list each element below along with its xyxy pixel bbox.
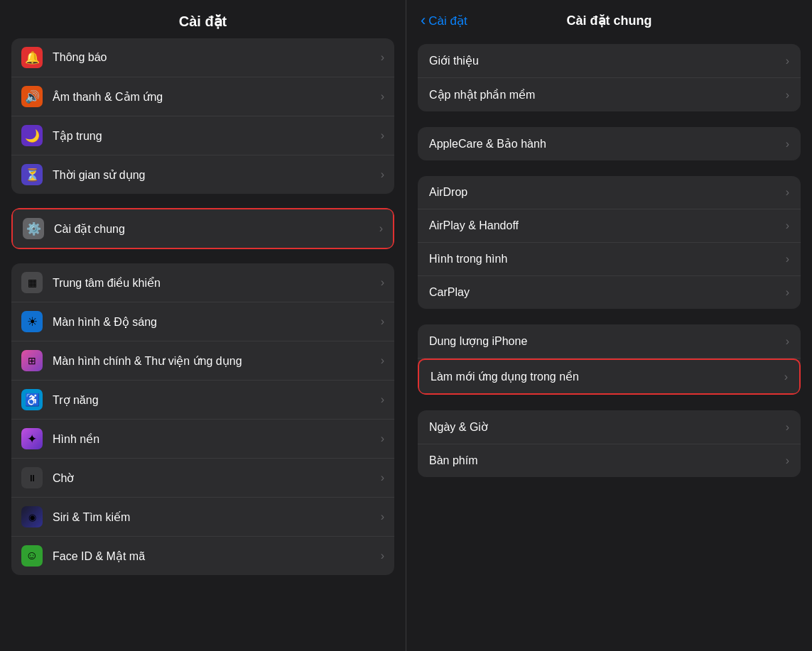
item-label-am-thanh: Âm thanh & Cảm ứng	[53, 90, 375, 104]
sidebar-item-face-id[interactable]: ☺ Face ID & Mật mã ›	[11, 537, 394, 575]
right-label-carplay: CarPlay	[429, 286, 786, 299]
left-content: 🔔 Thông báo › 🔊 Âm thanh & Cảm ứng › 🌙 T…	[0, 38, 406, 651]
item-label-thoi-gian: Thời gian sử dụng	[53, 168, 375, 182]
focus-icon: 🌙	[21, 125, 43, 146]
back-button[interactable]: ‹ Cài đặt	[421, 13, 467, 28]
item-label-tro-nang: Trợ năng	[53, 393, 375, 407]
sidebar-item-am-thanh[interactable]: 🔊 Âm thanh & Cảm ứng ›	[11, 77, 394, 116]
notification-icon: 🔔	[21, 47, 43, 68]
item-label-hinh-nen: Hình nền	[53, 432, 375, 446]
chevron-icon: ›	[786, 454, 789, 467]
chevron-icon: ›	[786, 219, 789, 232]
right-label-applecare: AppleCare & Bảo hành	[429, 137, 786, 151]
sidebar-item-siri[interactable]: ◉ Siri & Tìm kiếm ›	[11, 498, 394, 537]
siri-icon: ◉	[21, 506, 43, 527]
right-item-airdrop[interactable]: AirDrop ›	[418, 176, 801, 209]
sidebar-item-hinh-nen[interactable]: ✦ Hình nền ›	[11, 420, 394, 459]
faceid-icon: ☺	[21, 545, 43, 567]
chevron-icon: ›	[381, 510, 384, 523]
sidebar-item-trung-tam[interactable]: ▦ Trung tâm điều khiển ›	[11, 263, 394, 302]
right-header: ‹ Cài đặt Cài đặt chung	[406, 0, 812, 37]
right-label-gioi-thieu: Giới thiệu	[429, 54, 786, 67]
accessibility-icon: ♿	[21, 389, 43, 410]
chevron-icon: ›	[381, 393, 384, 406]
chevron-icon: ›	[381, 168, 384, 181]
chevron-icon: ›	[786, 286, 789, 299]
item-label-cho: Chờ	[53, 471, 375, 485]
chevron-icon: ›	[379, 222, 383, 235]
right-header-inner: ‹ Cài đặt Cài đặt chung	[421, 13, 798, 28]
right-item-carplay[interactable]: CarPlay ›	[418, 276, 801, 309]
item-label-man-hinh-chinh: Màn hình chính & Thư viện ứng dụng	[53, 354, 375, 368]
item-label-face-id: Face ID & Mật mã	[53, 549, 375, 563]
right-item-ngay-gio[interactable]: Ngày & Giờ ›	[418, 410, 801, 444]
right-label-hinh-trong-hinh: Hình trong hình	[429, 253, 786, 266]
right-item-lam-moi[interactable]: Làm mới ứng dụng trong nền ›	[418, 359, 801, 395]
right-item-dung-luong[interactable]: Dung lượng iPhone ›	[418, 324, 801, 359]
chevron-icon: ›	[381, 471, 384, 484]
right-group-4: Dung lượng iPhone › Làm mới ứng dụng tro…	[418, 324, 801, 395]
standby-icon: ⏸	[21, 467, 43, 488]
chevron-icon: ›	[786, 253, 789, 266]
screentime-icon: ⏳	[21, 164, 43, 185]
right-item-hinh-trong-hinh[interactable]: Hình trong hình ›	[418, 243, 801, 276]
display-icon: ☀	[21, 311, 43, 332]
right-label-ngay-gio: Ngày & Giờ	[429, 420, 786, 434]
item-label-siri: Siri & Tìm kiếm	[53, 510, 375, 524]
right-panel-title: Cài đặt chung	[567, 13, 652, 28]
settings-group-3: ▦ Trung tâm điều khiển › ☀ Màn hình & Độ…	[11, 263, 394, 575]
sidebar-item-tap-trung[interactable]: 🌙 Tập trung ›	[11, 116, 394, 155]
sidebar-item-man-hinh-chinh[interactable]: ⊞ Màn hình chính & Thư viện ứng dụng ›	[11, 341, 394, 381]
left-header: Cài đặt	[0, 0, 406, 38]
chevron-icon: ›	[381, 90, 384, 103]
left-panel: Cài đặt 🔔 Thông báo › 🔊 Âm thanh & Cảm ứ…	[0, 0, 406, 651]
item-label-thong-bao: Thông báo	[53, 51, 375, 64]
item-label-trung-tam: Trung tâm điều khiển	[53, 276, 375, 290]
chevron-icon: ›	[381, 549, 384, 562]
chevron-icon: ›	[786, 138, 789, 151]
chevron-icon: ›	[381, 51, 384, 64]
chevron-icon: ›	[786, 186, 789, 199]
chevron-icon: ›	[381, 432, 384, 445]
right-group-2: AppleCare & Bảo hành ›	[418, 127, 801, 160]
right-item-applecare[interactable]: AppleCare & Bảo hành ›	[418, 127, 801, 160]
general-icon: ⚙️	[23, 218, 44, 239]
sidebar-item-thong-bao[interactable]: 🔔 Thông báo ›	[11, 38, 394, 77]
homescreen-icon: ⊞	[21, 350, 43, 371]
control-center-icon: ▦	[21, 272, 43, 293]
chevron-icon: ›	[381, 129, 384, 142]
chevron-icon: ›	[786, 55, 789, 67]
right-item-ban-phim[interactable]: Bàn phím ›	[418, 444, 801, 477]
chevron-icon: ›	[784, 371, 788, 383]
chevron-icon: ›	[381, 354, 384, 367]
chevron-icon: ›	[786, 335, 789, 348]
sidebar-item-tro-nang[interactable]: ♿ Trợ năng ›	[11, 381, 394, 420]
sound-icon: 🔊	[21, 86, 43, 107]
item-label-cai-dat-chung: Cài đặt chung	[54, 222, 374, 236]
right-panel: ‹ Cài đặt Cài đặt chung Giới thiệu › Cập…	[406, 0, 812, 651]
sidebar-item-cai-dat-chung[interactable]: ⚙️ Cài đặt chung ›	[11, 208, 394, 249]
right-item-cap-nhat[interactable]: Cập nhật phần mềm ›	[418, 78, 801, 111]
right-label-airplay: AirPlay & Handoff	[429, 219, 786, 232]
sidebar-item-thoi-gian[interactable]: ⏳ Thời gian sử dụng ›	[11, 155, 394, 194]
item-label-tap-trung: Tập trung	[53, 129, 375, 143]
right-label-lam-moi: Làm mới ứng dụng trong nền	[431, 370, 784, 383]
sidebar-item-man-hinh[interactable]: ☀ Màn hình & Độ sáng ›	[11, 302, 394, 341]
wallpaper-icon: ✦	[21, 428, 43, 449]
sidebar-item-cho[interactable]: ⏸ Chờ ›	[11, 459, 394, 498]
item-label-man-hinh: Màn hình & Độ sáng	[53, 315, 375, 329]
right-label-dung-luong: Dung lượng iPhone	[429, 334, 786, 348]
right-group-5: Ngày & Giờ › Bàn phím ›	[418, 410, 801, 477]
chevron-icon: ›	[381, 315, 384, 328]
chevron-icon: ›	[786, 421, 789, 434]
right-item-airplay[interactable]: AirPlay & Handoff ›	[418, 209, 801, 243]
settings-group-2: ⚙️ Cài đặt chung ›	[11, 208, 394, 249]
right-label-ban-phim: Bàn phím	[429, 454, 786, 467]
right-label-airdrop: AirDrop	[429, 186, 786, 199]
right-label-cap-nhat: Cập nhật phần mềm	[429, 88, 786, 102]
right-group-3: AirDrop › AirPlay & Handoff › Hình trong…	[418, 176, 801, 309]
back-label: Cài đặt	[428, 13, 467, 28]
chevron-icon: ›	[381, 276, 384, 289]
right-item-gioi-thieu[interactable]: Giới thiệu ›	[418, 44, 801, 78]
back-chevron-icon: ‹	[421, 13, 426, 28]
